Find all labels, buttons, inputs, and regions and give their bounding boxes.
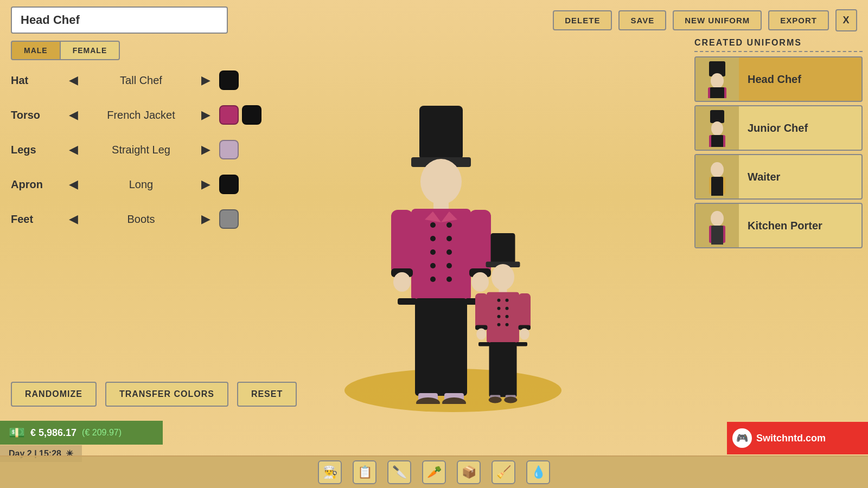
svg-point-54: [489, 397, 502, 403]
uniform-card-waiter[interactable]: Waiter: [694, 154, 863, 200]
money-bar: 💵 € 5,986.17 (€ 209.97): [0, 421, 163, 445]
torso-label: Torso: [11, 109, 65, 121]
export-button[interactable]: EXPORT: [768, 10, 829, 30]
legs-name: Straight Leg: [87, 144, 195, 156]
feet-colors: [219, 209, 239, 229]
svg-point-11: [446, 236, 452, 241]
feet-label: Feet: [11, 213, 65, 226]
svg-point-39: [506, 299, 509, 302]
taskbar-menu-icon[interactable]: 📋: [353, 460, 376, 484]
legs-color-1[interactable]: [219, 140, 239, 159]
svg-point-55: [504, 397, 517, 403]
hat-color-1[interactable]: [219, 70, 239, 90]
svg-rect-50: [478, 342, 490, 346]
torso-color-2[interactable]: [242, 105, 261, 125]
svg-point-38: [497, 323, 501, 326]
clothing-row-hat: Hat ◀ Tall Chef ▶: [11, 70, 380, 90]
svg-point-2: [420, 159, 462, 204]
hat-label: Hat: [11, 74, 65, 87]
legs-label: Legs: [11, 144, 65, 156]
close-button[interactable]: X: [835, 9, 857, 31]
taskbar: 👨‍🍳 📋 🔪 🥕 📦 🧹 💧: [0, 455, 868, 488]
taskbar-chef-icon[interactable]: 👨‍🍳: [318, 460, 342, 484]
svg-point-14: [446, 277, 452, 282]
taskbar-box-icon[interactable]: 📦: [457, 460, 481, 484]
taskbar-veggie-icon[interactable]: 🥕: [422, 460, 446, 484]
waiter-name: Waiter: [739, 171, 789, 183]
torso-color-1[interactable]: [219, 105, 239, 125]
legs-prev-arrow[interactable]: ◀: [65, 142, 81, 158]
svg-point-61: [711, 121, 723, 136]
head-chef-thumb: [695, 57, 739, 101]
svg-point-13: [446, 263, 452, 268]
junior-chef-thumb: [695, 106, 739, 150]
hat-prev-arrow[interactable]: ◀: [65, 72, 81, 88]
svg-point-12: [446, 249, 452, 255]
uniform-name-input[interactable]: [11, 7, 228, 34]
feet-color-1[interactable]: [219, 209, 239, 229]
secondary-character: [470, 233, 535, 404]
svg-rect-34: [487, 292, 519, 343]
taskbar-broom-icon[interactable]: 🧹: [492, 460, 515, 484]
svg-rect-66: [711, 177, 723, 196]
save-button[interactable]: SAVE: [618, 10, 666, 30]
svg-rect-63: [711, 135, 723, 147]
money-change: (€ 209.97): [82, 428, 122, 438]
bottom-buttons: RANDOMIZE TRANSFER COLORS RESET: [11, 382, 297, 407]
svg-point-35: [497, 299, 501, 302]
junior-chef-name: Junior Chef: [739, 122, 816, 134]
svg-point-37: [497, 315, 501, 318]
uniform-card-head-chef[interactable]: Head Chef: [694, 56, 863, 102]
svg-point-5: [430, 222, 436, 228]
hat-colors: [219, 70, 239, 90]
svg-point-57: [711, 73, 724, 88]
svg-rect-24: [398, 298, 417, 305]
money-amount: € 5,986.17: [30, 427, 76, 439]
svg-point-42: [506, 323, 509, 326]
apron-color-1[interactable]: [219, 175, 239, 194]
apron-next-arrow[interactable]: ▶: [197, 176, 214, 192]
feet-next-arrow[interactable]: ▶: [197, 211, 214, 227]
hat-next-arrow[interactable]: ▶: [197, 72, 214, 88]
gender-bar: MALE FEMALE: [11, 41, 120, 60]
svg-point-40: [506, 307, 509, 310]
svg-rect-30: [491, 233, 515, 264]
svg-rect-51: [516, 342, 527, 346]
svg-point-32: [492, 264, 514, 290]
apron-label: Apron: [11, 178, 65, 191]
torso-prev-arrow[interactable]: ◀: [65, 107, 81, 123]
svg-rect-49: [489, 342, 517, 397]
created-uniforms-title: CREATED UNIFORMS: [694, 38, 863, 52]
clothing-row-feet: Feet ◀ Boots ▶: [11, 209, 380, 229]
new-uniform-button[interactable]: NEW UNIFORM: [673, 10, 762, 30]
apron-colors: [219, 175, 239, 194]
male-button[interactable]: MALE: [11, 41, 60, 60]
waiter-thumb: [695, 155, 739, 198]
taskbar-spray-icon[interactable]: 💧: [526, 460, 550, 484]
transfer-colors-button[interactable]: TRANSFER COLORS: [105, 382, 228, 407]
svg-point-47: [476, 329, 486, 340]
legs-next-arrow[interactable]: ▶: [197, 142, 214, 158]
uniform-card-junior-chef[interactable]: Junior Chef: [694, 105, 863, 151]
feet-prev-arrow[interactable]: ◀: [65, 211, 81, 227]
apron-prev-arrow[interactable]: ◀: [65, 176, 81, 192]
kitchen-porter-thumb: [695, 204, 739, 247]
clothing-panel: Hat ◀ Tall Chef ▶ Torso ◀ French Jacket …: [11, 70, 380, 244]
feet-name: Boots: [87, 213, 195, 226]
svg-rect-17: [391, 210, 413, 275]
randomize-button[interactable]: RANDOMIZE: [11, 382, 97, 407]
apron-name: Long: [87, 178, 195, 191]
torso-next-arrow[interactable]: ▶: [197, 107, 214, 123]
female-button[interactable]: FEMALE: [60, 41, 120, 60]
right-panel: CREATED UNIFORMS Head Chef Junior Chef: [689, 33, 868, 257]
uniform-card-kitchen-porter[interactable]: Kitchen Porter: [694, 203, 863, 248]
taskbar-knife-icon[interactable]: 🔪: [387, 460, 411, 484]
delete-button[interactable]: DELETE: [553, 10, 612, 30]
svg-rect-69: [711, 226, 723, 245]
top-bar: DELETE SAVE NEW UNIFORM EXPORT X: [0, 7, 868, 34]
svg-point-36: [497, 307, 501, 310]
reset-button[interactable]: RESET: [237, 382, 297, 407]
svg-point-8: [430, 263, 436, 268]
svg-point-67: [711, 211, 724, 226]
svg-rect-44: [519, 293, 531, 330]
